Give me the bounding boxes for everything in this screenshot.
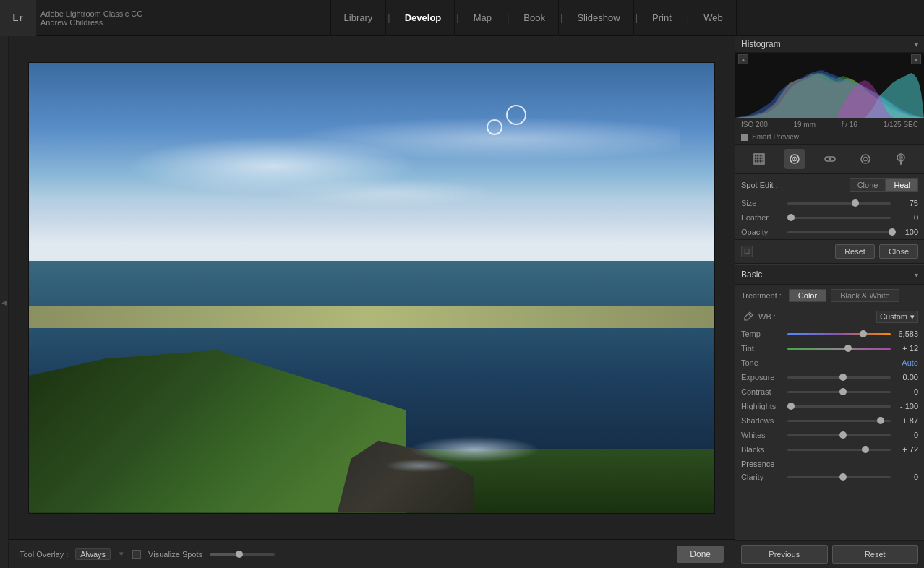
nav-book[interactable]: Book — [510, 0, 559, 36]
histogram-highlight-clip-icon[interactable]: ▲ — [911, 54, 921, 64]
temp-slider-thumb[interactable] — [860, 330, 867, 337]
nav-slideshow[interactable]: Slideshow — [564, 0, 633, 36]
highlights-label: Highlights — [741, 402, 783, 410]
feather-label: Feather — [741, 213, 783, 222]
clone-mode-button[interactable]: Clone — [850, 178, 886, 192]
temp-slider-row: Temp 6,583 — [735, 327, 924, 341]
opacity-value: 100 — [895, 228, 918, 236]
feather-slider-thumb[interactable] — [787, 214, 795, 221]
highlights-slider[interactable] — [787, 405, 891, 408]
tint-value: + 12 — [895, 344, 918, 353]
highlights-slider-thumb[interactable] — [787, 403, 795, 410]
size-label: Size — [741, 199, 783, 207]
basic-section: Basic ▾ Treatment : Color Black & White — [735, 264, 924, 457]
blacks-slider[interactable] — [787, 449, 891, 451]
basic-toggle-icon[interactable]: ▾ — [915, 271, 918, 279]
whites-slider[interactable] — [787, 434, 891, 436]
adjustment-brush-icon[interactable] — [891, 149, 911, 169]
blacks-slider-thumb[interactable] — [862, 446, 869, 453]
presence-title: Presence — [741, 460, 774, 468]
spot-edit-label: Spot Edit : — [741, 181, 778, 189]
wb-eyedropper-tool[interactable] — [741, 309, 756, 324]
temp-slider[interactable] — [787, 333, 891, 335]
whites-value: 0 — [895, 431, 918, 439]
exposure-slider-row: Exposure 0.00 — [735, 370, 924, 384]
clarity-slider-thumb[interactable] — [839, 473, 847, 481]
delete-spot-icon[interactable]: ☐ — [741, 246, 753, 257]
bw-treatment-button[interactable]: Black & White — [831, 289, 899, 302]
redeye-tool-icon[interactable] — [820, 149, 840, 169]
previous-button[interactable]: Previous — [741, 545, 828, 564]
done-button[interactable]: Done — [677, 546, 724, 563]
app-info: Adobe Lightroom Classic CC Andrew Childr… — [40, 9, 142, 27]
visualize-spots-checkbox[interactable] — [132, 550, 141, 559]
shadows-slider-thumb[interactable] — [877, 417, 884, 424]
spot-circle-2[interactable] — [487, 119, 502, 135]
shadows-value: + 87 — [895, 416, 918, 425]
tint-slider-thumb[interactable] — [844, 345, 852, 352]
nav-develop[interactable]: Develop — [392, 0, 455, 36]
highlights-value: - 100 — [895, 402, 918, 410]
exposure-slider[interactable] — [787, 376, 891, 379]
opacity-slider[interactable] — [787, 231, 891, 233]
lr-logo: Lr — [0, 0, 36, 36]
clarity-slider[interactable] — [787, 476, 891, 478]
svg-point-16 — [899, 155, 903, 160]
contrast-slider-thumb[interactable] — [839, 388, 847, 395]
tint-slider[interactable] — [787, 348, 891, 350]
wb-row: WB : Custom ▾ — [735, 306, 924, 327]
tone-label: Tone — [741, 358, 758, 367]
nav-web[interactable]: Web — [690, 0, 737, 36]
histogram-toggle-icon[interactable]: ▾ — [915, 40, 918, 48]
presence-header: Presence — [735, 457, 924, 470]
nav-map[interactable]: Map — [461, 0, 505, 36]
chevron-down-icon: ▾ — [910, 312, 915, 322]
close-spots-button[interactable]: Close — [879, 244, 918, 259]
feather-value: 0 — [895, 213, 918, 222]
reset-button[interactable]: Reset — [832, 545, 919, 564]
feather-slider[interactable] — [787, 217, 891, 219]
histogram-shadow-clip-icon[interactable]: ▲ — [738, 54, 748, 64]
contrast-slider[interactable] — [787, 391, 891, 393]
nav-library[interactable]: Library — [330, 0, 387, 36]
reset-spots-button[interactable]: Reset — [835, 244, 875, 259]
tool-overlay-dropdown[interactable]: Always — [75, 548, 111, 560]
spot-circle-1[interactable] — [506, 105, 526, 125]
overlay-slider[interactable] — [210, 553, 275, 556]
main-area: ◀ Tool Overlay : Always ▾ Visualiz — [0, 36, 924, 568]
left-panel-toggle-icon: ◀ — [1, 298, 7, 306]
size-slider-row: Size 75 — [735, 196, 924, 210]
blacks-slider-row: Blacks + 72 — [735, 442, 924, 457]
svg-point-10 — [794, 158, 795, 160]
image-waves — [338, 409, 612, 490]
overlay-slider-thumb[interactable] — [236, 551, 243, 558]
size-value: 75 — [895, 199, 918, 207]
wb-dropdown[interactable]: Custom ▾ — [876, 311, 918, 323]
histogram-meta: ISO 200 19 mm f / 16 1/125 SEC — [735, 118, 924, 132]
tone-auto-button[interactable]: Auto — [902, 358, 918, 367]
bottom-toolbar: Tool Overlay : Always ▾ Visualize Spots … — [9, 539, 735, 568]
crop-tool-icon[interactable] — [749, 149, 769, 169]
contrast-value: 0 — [895, 387, 918, 396]
smart-preview-label: Smart Preview — [752, 133, 799, 141]
svg-point-19 — [745, 319, 746, 321]
bottom-nav: Previous Reset — [735, 540, 924, 568]
size-slider-thumb[interactable] — [852, 199, 859, 207]
exposure-value: 0.00 — [895, 373, 918, 382]
image-clouds — [98, 98, 680, 233]
nav-print[interactable]: Print — [639, 0, 685, 36]
heal-mode-button[interactable]: Heal — [886, 178, 918, 192]
shadows-slider[interactable] — [787, 420, 891, 422]
tint-slider-row: Tint + 12 — [735, 341, 924, 356]
opacity-label: Opacity — [741, 228, 783, 236]
size-slider[interactable] — [787, 202, 891, 205]
whites-slider-thumb[interactable] — [839, 431, 847, 439]
spot-healing-tool-icon[interactable] — [784, 149, 805, 169]
left-panel[interactable]: ◀ — [0, 36, 9, 568]
focal-length: 19 mm — [793, 121, 816, 129]
color-treatment-button[interactable]: Color — [789, 289, 826, 302]
exposure-slider-thumb[interactable] — [839, 374, 847, 381]
radial-filter-icon[interactable] — [855, 149, 876, 169]
svg-line-18 — [748, 314, 751, 317]
whites-slider-row: Whites 0 — [735, 428, 924, 442]
